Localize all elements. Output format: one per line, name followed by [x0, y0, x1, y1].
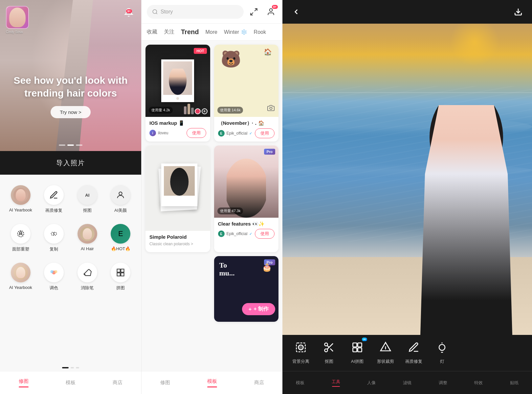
- p3-nav-adjust[interactable]: 调整: [439, 380, 447, 386]
- clear-features-author: E Epik_official ✓: [218, 230, 253, 237]
- collage-icon: [351, 341, 363, 353]
- p3-ai-collage-label: AI拼图: [351, 359, 364, 364]
- svg-rect-29: [358, 348, 362, 352]
- tool-collage-label: 拼图: [116, 285, 125, 291]
- p3-light-icon: [433, 339, 451, 356]
- template-ios-markup[interactable]: HOT: [145, 45, 210, 142]
- p3-tool-bg-separation[interactable]: 背景分离: [288, 339, 314, 364]
- tool-ai-yearbook2-icon: [11, 263, 31, 282]
- template-november[interactable]: 使用量 14.6k 🐻 🏠 （November）·．🏠 E Epik_offic: [214, 45, 279, 142]
- tool-ai-beauty[interactable]: AI美颜: [105, 181, 136, 217]
- nav-retouching[interactable]: 修图: [12, 376, 35, 390]
- hero-cta-button[interactable]: Try now >: [51, 106, 91, 118]
- p3-nav-templates[interactable]: 模板: [296, 380, 304, 386]
- november-stats: 使用量 14.6k: [217, 107, 243, 114]
- birthday-make-btn[interactable]: + + 制作: [242, 303, 275, 315]
- birthday-text: Tomu...: [219, 261, 235, 277]
- tool-quality-repair[interactable]: 画质修复: [39, 181, 70, 217]
- tab-winter[interactable]: Winter ❄️: [224, 28, 247, 36]
- template-ios-markup-img: HOT: [145, 45, 210, 117]
- tool-eraser[interactable]: 消除笔: [72, 259, 103, 295]
- ios-markup-author-name: iloveu: [158, 131, 168, 135]
- tab-favorites[interactable]: 收藏: [147, 27, 157, 37]
- hero-small-avatar: [6, 6, 29, 29]
- hero-banner: Cindy Sosa 9+ See how you'd look with tr…: [0, 0, 141, 151]
- template-birthday[interactable]: Pro Tomu... 🎂 + + 制作: [214, 256, 279, 322]
- tool-hot-label: 🔥HOT🔥: [111, 246, 130, 251]
- tab-more[interactable]: More: [205, 28, 217, 36]
- ai-collage-badge: AI: [362, 338, 367, 341]
- svg-line-25: [327, 345, 329, 347]
- tool-ai-beauty-icon: [111, 185, 130, 205]
- tool-color[interactable]: 调色: [39, 259, 70, 295]
- p3-tool-ai-collage[interactable]: AI AI拼图: [344, 339, 370, 364]
- back-button[interactable]: [290, 6, 302, 18]
- template-clear-features[interactable]: Pro 使用量 47.3k Clear features 👀✨ E Epik_o…: [214, 145, 279, 252]
- p3-nav-portrait[interactable]: 人像: [367, 380, 376, 386]
- nav-templates[interactable]: 模板: [59, 377, 82, 388]
- p2-nav-retouching[interactable]: 修图: [154, 377, 177, 388]
- tools-page-dots: [0, 364, 141, 371]
- birthday-candle: 🎂: [262, 263, 272, 272]
- p3-tool-light[interactable]: 灯: [429, 339, 455, 364]
- p3-nav-effects[interactable]: 特效: [474, 380, 483, 386]
- tool-ai-beauty-label: AI美颜: [114, 208, 127, 213]
- november-avatar: E: [218, 130, 225, 137]
- november-footer: E Epik_official ✓ 使用: [218, 128, 275, 138]
- clear-features-use-btn[interactable]: 使用: [255, 229, 275, 239]
- tool-face-reshape-label: 面部重塑: [12, 246, 29, 252]
- segment-icon: [295, 341, 307, 353]
- tool-ai-yearbook2[interactable]: AI Yearbook: [5, 259, 36, 295]
- p3-tool-quality[interactable]: 画质修复: [401, 339, 427, 364]
- search-placeholder: Story: [161, 9, 173, 15]
- panel-photo-editor: 背景分离 抠图: [282, 0, 532, 394]
- tool-ai-yearbook[interactable]: AI Yearbook: [5, 181, 36, 217]
- beach-background: [282, 24, 532, 335]
- tool-collage[interactable]: 拼图: [105, 259, 136, 295]
- november-use-btn[interactable]: 使用: [255, 128, 275, 138]
- p2-nav-shop[interactable]: 商店: [248, 377, 271, 388]
- p3-quality-icon: [405, 339, 422, 356]
- clear-features-author-name: Epik_official: [227, 231, 248, 236]
- p3-nav-tools[interactable]: 工具: [332, 379, 340, 387]
- p2-nav-retouching-label: 修图: [160, 380, 170, 386]
- ios-markup-use-btn[interactable]: 使用: [187, 128, 206, 138]
- nav-shop[interactable]: 商店: [106, 377, 129, 388]
- search-bar[interactable]: Story: [147, 5, 244, 19]
- polaroid-stack: [156, 162, 199, 214]
- notification-badge: 9+: [126, 9, 132, 13]
- profile-button[interactable]: 9+: [265, 6, 277, 18]
- notification-button[interactable]: 9+: [122, 6, 135, 19]
- expand-icon: [250, 8, 258, 16]
- tool-eraser-label: 消除笔: [81, 285, 94, 291]
- tool-cutout[interactable]: AI 抠图: [72, 181, 103, 217]
- tab-trend[interactable]: Trend: [181, 27, 199, 37]
- tool-clone[interactable]: 复制: [39, 220, 70, 256]
- tool-clone-icon: [44, 224, 64, 244]
- expand-button[interactable]: [248, 6, 260, 18]
- beach-person: [420, 105, 512, 335]
- tab-following[interactable]: 关注: [164, 27, 174, 37]
- tools-grid: AI Yearbook 画质修复 AI 抠图: [5, 181, 136, 295]
- november-info: （November）·．🏠 E Epik_official ✓ 使用: [214, 117, 279, 142]
- svg-line-14: [255, 9, 257, 11]
- import-button[interactable]: 导入照片: [0, 151, 141, 175]
- template-polaroid[interactable]: Simple Polaroid Classic clean polaroids …: [145, 145, 210, 252]
- tab-rook[interactable]: Rook: [254, 28, 266, 36]
- tool-color-icon: [44, 263, 64, 282]
- p3-tool-cutout[interactable]: 抠图: [316, 339, 342, 364]
- tool-ai-hair[interactable]: AI Hair: [72, 220, 103, 256]
- p2-nav-templates[interactable]: 模板: [201, 376, 224, 390]
- p3-nav-stickers[interactable]: 贴纸: [510, 380, 519, 386]
- svg-rect-9: [121, 269, 124, 272]
- p3-shape-crop-label: 形状裁剪: [377, 359, 394, 364]
- clear-features-avatar: E: [218, 230, 225, 237]
- tool-ai-yearbook-icon: [11, 185, 31, 205]
- template-birthday-img: Pro Tomu... 🎂 + + 制作: [214, 256, 279, 322]
- tool-hot[interactable]: E 🔥HOT🔥: [105, 220, 136, 256]
- p3-tool-shape-crop[interactable]: 形状裁剪: [372, 339, 399, 364]
- svg-rect-27: [358, 343, 362, 347]
- p3-nav-filter[interactable]: 滤镜: [403, 380, 411, 386]
- download-button[interactable]: [512, 6, 524, 18]
- tool-face-reshape[interactable]: 面部重塑: [5, 220, 36, 256]
